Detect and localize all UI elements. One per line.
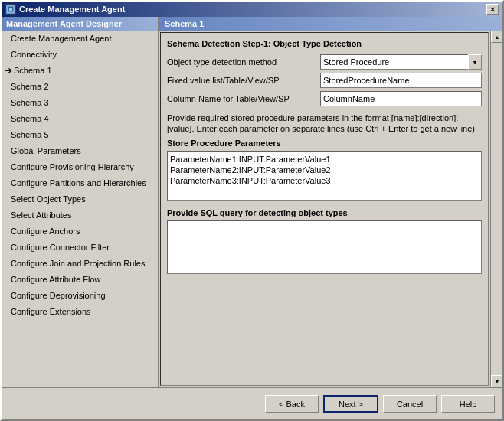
detection-method-select-wrapper: Stored Procedure Fixed Value Table View … <box>320 54 482 70</box>
column-name-label: Column Name for Table/View/SP <box>167 94 320 103</box>
help-button[interactable]: Help <box>441 395 495 413</box>
sidebar-item-configure-connector[interactable]: Configure Connector Filter <box>2 240 158 256</box>
scroll-up-button[interactable]: ▲ <box>491 31 502 43</box>
sidebar-header: Management Agent Designer <box>2 17 158 31</box>
sidebar-item-schema5[interactable]: Schema 5 <box>2 127 158 143</box>
scrollbar[interactable]: ▲ ▼ <box>490 31 502 387</box>
sidebar-item-configure-part[interactable]: Configure Partitions and Hierarchies <box>2 175 158 191</box>
sidebar-item-select-attr[interactable]: Select Attributes <box>2 207 158 224</box>
sidebar-item-configure-deprov[interactable]: Configure Deprovisioning <box>2 288 158 304</box>
right-panel-content: Schema Detection Step-1: Object Type Det… <box>160 32 489 386</box>
column-name-input[interactable] <box>320 91 482 106</box>
sidebar-item-configure-join[interactable]: Configure Join and Projection Rules <box>2 256 158 272</box>
right-panel: Schema 1 Schema Detection Step-1: Object… <box>159 17 502 387</box>
params-label: Store Procedure Parameters <box>167 139 482 148</box>
fixed-value-label: Fixed value list/Table/View/SP <box>167 76 320 85</box>
scroll-thumb-area <box>491 43 502 375</box>
sidebar-item-configure-attr[interactable]: Configure Attribute Flow <box>2 272 158 288</box>
window-title: Create Management Agent <box>19 5 125 14</box>
cancel-button[interactable]: Cancel <box>383 395 437 413</box>
next-button[interactable]: Next > <box>323 395 378 413</box>
right-panel-header: Schema 1 <box>159 17 502 31</box>
scroll-down-button[interactable]: ▼ <box>491 375 502 387</box>
sidebar-item-configure-prov[interactable]: Configure Provisioning Hierarchy <box>2 159 158 175</box>
back-button[interactable]: < Back <box>265 395 319 413</box>
sidebar-item-create[interactable]: Create Management Agent <box>2 31 158 47</box>
sql-textarea[interactable] <box>167 220 482 274</box>
sidebar: Management Agent Designer Create Managem… <box>2 17 159 387</box>
title-bar-left: Create Management Agent <box>5 4 125 15</box>
description-text: Provide required stored procedure parame… <box>167 113 482 134</box>
detection-method-select[interactable]: Stored Procedure Fixed Value Table View <box>320 54 482 70</box>
sidebar-item-select-obj[interactable]: Select Object Types <box>2 191 158 207</box>
section-title: Schema Detection Step-1: Object Type Det… <box>167 39 482 48</box>
main-window: Create Management Agent ✕ Management Age… <box>0 0 504 421</box>
sidebar-item-global-params[interactable]: Global Parameters <box>2 143 158 159</box>
title-bar: Create Management Agent ✕ <box>2 2 502 17</box>
current-arrow-icon: ➔ <box>5 64 12 77</box>
svg-rect-1 <box>9 8 12 11</box>
sidebar-item-configure-ext[interactable]: Configure Extensions <box>2 304 158 320</box>
sidebar-item-schema2[interactable]: Schema 2 <box>2 79 158 95</box>
close-button[interactable]: ✕ <box>486 4 499 15</box>
params-textarea[interactable]: ParameterName1:INPUT:ParameterValue1 Par… <box>167 151 482 201</box>
footer: < Back Next > Cancel Help <box>2 387 502 419</box>
sidebar-item-configure-anchors[interactable]: Configure Anchors <box>2 224 158 240</box>
sql-label: Provide SQL query for detecting object t… <box>167 208 482 217</box>
sidebar-item-schema1[interactable]: ➔ Schema 1 <box>2 63 158 79</box>
sidebar-item-connectivity[interactable]: Connectivity <box>2 47 158 63</box>
sidebar-item-schema3[interactable]: Schema 3 <box>2 95 158 111</box>
fixed-value-row: Fixed value list/Table/View/SP <box>167 73 482 88</box>
column-name-row: Column Name for Table/View/SP <box>167 91 482 106</box>
fixed-value-input[interactable] <box>320 73 482 88</box>
detection-method-row: Object type detection method Stored Proc… <box>167 54 482 70</box>
detection-method-label: Object type detection method <box>167 57 320 67</box>
main-content: Management Agent Designer Create Managem… <box>2 17 502 387</box>
app-icon <box>5 4 16 15</box>
sidebar-item-schema4[interactable]: Schema 4 <box>2 111 158 127</box>
